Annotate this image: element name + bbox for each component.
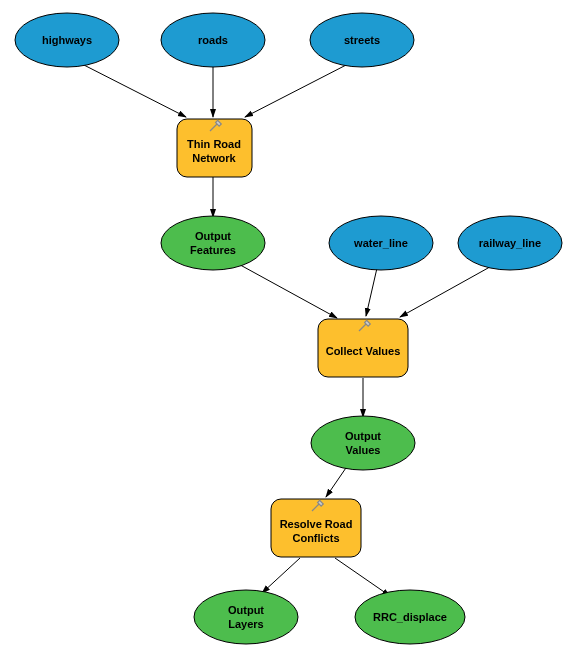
label-railway-line: railway_line (479, 237, 541, 249)
node-water-line: water_line (329, 216, 433, 270)
node-output-values: Output Values (311, 416, 415, 470)
node-railway-line: railway_line (458, 216, 562, 270)
edge-resolve-rrcdisplace (335, 558, 390, 596)
label-output-layers-2: Layers (228, 618, 263, 630)
node-thin-road-network: Thin Road Network (177, 119, 252, 177)
label-highways: highways (42, 34, 92, 46)
edge-streets-thin (245, 63, 350, 117)
label-resolve-2: Conflicts (292, 532, 339, 544)
edge-highways-thin (80, 63, 186, 117)
label-thin-road-1: Thin Road (187, 138, 241, 150)
label-output-features-1: Output (195, 230, 231, 242)
node-resolve-road-conflicts: Resolve Road Conflicts (271, 499, 361, 557)
node-rrc-displace: RRC_displace (355, 590, 465, 644)
label-thin-road-2: Network (192, 152, 236, 164)
edge-outputfeatures-collect (233, 261, 337, 318)
node-streets: streets (310, 13, 414, 67)
node-output-features: Output Features (161, 216, 265, 270)
node-roads: roads (161, 13, 265, 67)
label-streets: streets (344, 34, 380, 46)
edge-resolve-outputlayers (262, 558, 300, 593)
label-water-line: water_line (353, 237, 408, 249)
node-highways: highways (15, 13, 119, 67)
label-output-layers-1: Output (228, 604, 264, 616)
label-output-values-2: Values (346, 444, 381, 456)
node-collect-values: Collect Values (318, 319, 408, 377)
label-output-values-1: Output (345, 430, 381, 442)
label-roads: roads (198, 34, 228, 46)
node-output-layers: Output Layers (194, 590, 298, 644)
label-resolve-1: Resolve Road (280, 518, 353, 530)
label-collect-values: Collect Values (326, 345, 401, 357)
label-output-features-2: Features (190, 244, 236, 256)
edge-railway-collect (400, 263, 497, 317)
edge-waterline-collect (366, 268, 377, 316)
label-rrc-displace: RRC_displace (373, 611, 447, 623)
